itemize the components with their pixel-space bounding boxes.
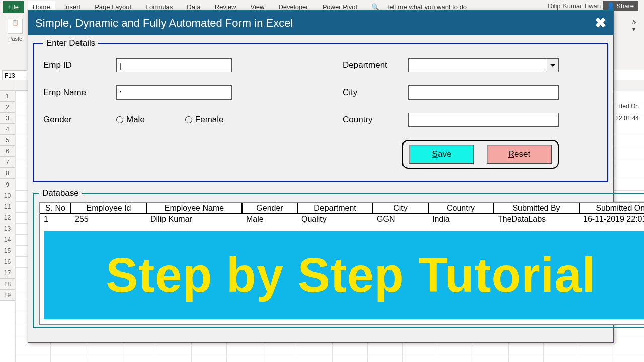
city-input[interactable] <box>408 85 559 100</box>
reset-label: eset <box>514 149 530 159</box>
radio-icon <box>116 116 123 123</box>
save-button[interactable]: Save <box>409 145 474 164</box>
reset-button[interactable]: Reset <box>487 145 552 164</box>
country-input[interactable] <box>408 113 559 127</box>
paste-group[interactable]: 📋 Paste <box>8 19 23 42</box>
userform-titlebar[interactable]: Simple, Dynamic and Fully Automated Form… <box>28 11 613 35</box>
radio-male[interactable]: Male <box>116 115 145 125</box>
database-legend: Database <box>39 188 82 198</box>
chevron-down-icon[interactable] <box>547 58 559 72</box>
label-gender: Gender <box>43 115 116 125</box>
save-label: ave <box>438 149 451 159</box>
radio-icon <box>185 116 192 123</box>
database-frame: Database S. No Employee Id Employee Name… <box>33 188 644 328</box>
details-legend: Enter Details <box>43 38 98 48</box>
department-combo[interactable] <box>408 58 559 72</box>
emp-id-input[interactable] <box>116 58 232 72</box>
close-icon[interactable]: ✖ <box>595 15 606 31</box>
listview-header: S. No Employee Id Employee Name Gender D… <box>40 203 644 214</box>
tab-file[interactable]: File <box>3 1 24 13</box>
radio-female[interactable]: Female <box>185 115 224 125</box>
enter-details-frame: Enter Details Emp ID Department Emp Name… <box>33 38 608 182</box>
tutorial-banner: Step by Step Tutorial <box>44 231 644 319</box>
row-headers: 12345678910111213141516171819 <box>0 90 15 362</box>
share-button[interactable]: 👤 Share <box>603 1 638 11</box>
peek-header: tted On <box>619 103 639 110</box>
paste-icon: 📋 <box>8 19 23 34</box>
database-listview[interactable]: S. No Employee Id Employee Name Gender D… <box>39 202 644 325</box>
label-emp-name: Emp Name <box>43 87 116 98</box>
label-country: Country <box>343 115 408 125</box>
button-frame: Save Reset <box>402 140 559 169</box>
label-department: Department <box>343 60 408 70</box>
label-city: City <box>343 87 408 98</box>
emp-name-input[interactable] <box>116 85 232 100</box>
userform: Simple, Dynamic and Fully Automated Form… <box>28 10 614 343</box>
user-name: Dilip Kumar Tiwari <box>548 2 601 10</box>
name-box[interactable]: F13 <box>2 70 27 80</box>
banner-text: Step by Step Tutorial <box>106 247 596 303</box>
listview-row[interactable]: 1 255 Dilip Kumar Male Quality GGN India… <box>40 214 644 225</box>
userform-title: Simple, Dynamic and Fully Automated Form… <box>35 17 293 30</box>
label-emp-id: Emp ID <box>43 60 116 70</box>
